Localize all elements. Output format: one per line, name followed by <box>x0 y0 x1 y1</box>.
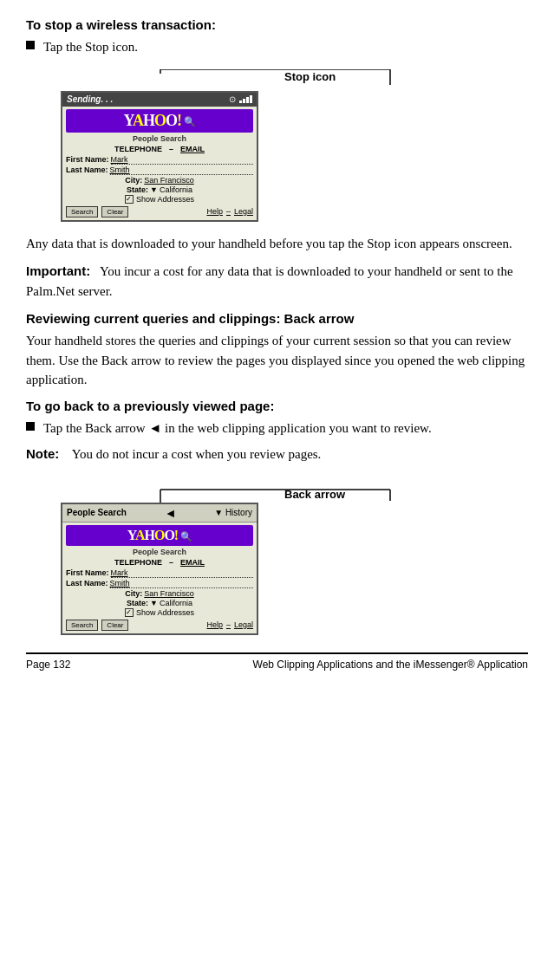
field-first-2: First Name: Mark <box>66 568 253 578</box>
checkbox-row-1: ✓ Show Addresses <box>66 195 253 204</box>
screenshot-1-wrapper: Sending. . . ⊙ YAHOO! <box>26 69 528 222</box>
field-state-2: State: ▼ California <box>66 599 253 607</box>
clear-button-1[interactable]: Clear <box>101 206 128 217</box>
field-last-2: Last Name: Smith <box>66 579 253 588</box>
legal-link-1[interactable]: Legal <box>234 207 253 216</box>
people-search-label-1: People Search <box>66 134 253 143</box>
para-2: Your handheld stores the queries and cli… <box>26 331 528 390</box>
tab-telephone-1: TELEPHONE <box>114 145 162 153</box>
back-arrow-icon: ◄ <box>165 506 177 520</box>
checkbox-2: ✓ <box>125 608 134 617</box>
note-block: Note: You do not incur a cost when you r… <box>26 445 528 464</box>
checkbox-1: ✓ <box>125 195 134 204</box>
links-2: Help – Legal <box>206 620 253 629</box>
screenshot-2-wrapper: People Search ◄ ▼ History YAHOO! 🔍 Peopl… <box>26 477 528 635</box>
tab-telephone-2: TELEPHONE <box>114 558 162 567</box>
important-text: You incur a cost for any data that is do… <box>26 264 513 298</box>
tab-email-2: EMAIL <box>180 558 205 567</box>
people-search-label-2: People Search <box>66 548 253 556</box>
note-label: Note: <box>26 446 59 461</box>
back-arrow-label: Back arrow <box>284 488 345 501</box>
nav-title: People Search <box>67 508 127 517</box>
search-button-2[interactable]: Search <box>66 620 98 631</box>
search-button-1[interactable]: Search <box>66 206 98 217</box>
yahoo-logo-2: YAHOO! 🔍 People Search TELEPHONE – EMAIL… <box>62 522 257 633</box>
section-heading-1: To stop a wireless transaction: <box>26 17 528 32</box>
yahoo-logo-1: YAHOO! 🔍 People Search TELEPHONE – EMAIL… <box>62 107 257 220</box>
page-number: Page 132 <box>26 659 70 671</box>
palm-top-bar-1: Sending. . . ⊙ <box>62 93 257 107</box>
palm-nav-bar: People Search ◄ ▼ History <box>62 504 257 522</box>
stop-icon-label-area: Stop icon <box>258 69 371 84</box>
page-footer: Page 132 Web Clipping Applications and t… <box>26 652 528 671</box>
bullet-square-1 <box>26 41 35 49</box>
important-label: Important: <box>26 263 90 278</box>
section-heading-2: Reviewing current queries and clippings:… <box>26 311 528 326</box>
field-city-2: City: San Francisco <box>66 589 253 598</box>
bullet-square-2 <box>26 422 35 431</box>
history-dropdown: ▼ History <box>214 508 252 517</box>
tab-email-1: EMAIL <box>180 145 205 153</box>
important-block: Important: You incur a cost for any data… <box>26 262 528 301</box>
signal-icon <box>239 94 252 105</box>
screenshot-1-inner: Sending. . . ⊙ YAHOO! <box>26 69 528 222</box>
checkbox-row-2: ✓ Show Addresses <box>66 608 253 617</box>
footer-title: Web Clipping Applications and the iMesse… <box>253 659 528 671</box>
sending-text: Sending. . . <box>67 94 113 104</box>
note-text: You do not incur a cost when you review … <box>72 447 322 461</box>
links-1: Help – Legal <box>206 207 253 216</box>
button-row-1: Search Clear Help – Legal <box>66 206 253 217</box>
tab-row-1: TELEPHONE – EMAIL <box>66 145 253 153</box>
palm-screen-1: Sending. . . ⊙ YAHOO! <box>61 91 258 222</box>
section-heading-3: To go back to a previously viewed page: <box>26 399 528 413</box>
button-row-2: Search Clear Help – Legal <box>66 620 253 631</box>
top-bar-icons: ⊙ <box>229 94 252 105</box>
stop-icon-label: Stop icon <box>284 70 336 83</box>
field-last-1: Last Name: Smith <box>66 165 253 175</box>
legal-link-2[interactable]: Legal <box>234 620 253 629</box>
palm-screen-2: People Search ◄ ▼ History YAHOO! 🔍 Peopl… <box>61 503 258 635</box>
clear-button-2[interactable]: Clear <box>101 620 128 631</box>
bullet-item-1: Tap the Stop icon. <box>26 37 528 57</box>
field-first-1: First Name: Mark <box>66 155 253 165</box>
help-link-2[interactable]: Help <box>206 620 223 629</box>
back-arrow-label-area: Back arrow <box>258 477 371 502</box>
help-link-1[interactable]: Help <box>206 207 223 216</box>
record-icon: ⊙ <box>229 94 236 104</box>
bullet-item-2: Tap the Back arrow ◄ in the web clipping… <box>26 419 528 438</box>
field-city-1: City: San Francisco <box>66 176 253 185</box>
field-state-1: State: ▼ California <box>66 185 253 194</box>
screenshot-2-inner: People Search ◄ ▼ History YAHOO! 🔍 Peopl… <box>26 477 528 635</box>
para-1: Any data that is downloaded to your hand… <box>26 234 528 254</box>
tab-row-2: TELEPHONE – EMAIL <box>66 558 253 567</box>
